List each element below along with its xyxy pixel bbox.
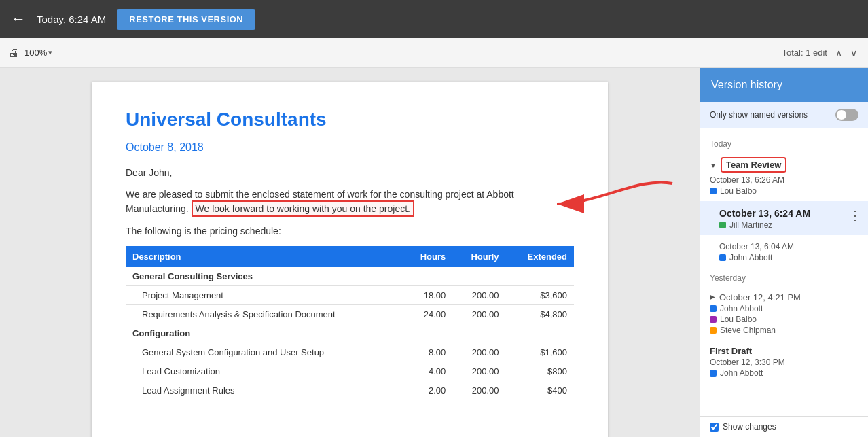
row-hours: 2.00 xyxy=(403,381,453,400)
table-row: Requirements Analysis & Specification Do… xyxy=(126,305,574,324)
row-hours: 24.00 xyxy=(403,305,453,324)
user-color-dot-2 xyxy=(710,316,717,323)
version-item-oct13-604[interactable]: October 13, 6:04 AM John Abbott xyxy=(700,235,868,268)
version-user-3: Steve Chipman xyxy=(710,326,858,335)
col-hourly: Hourly xyxy=(452,246,505,267)
version-item-header: ▼ Team Review xyxy=(710,157,858,174)
main-area: Universal Consultants October 8, 2018 De… xyxy=(0,68,868,437)
row-desc: Project Management xyxy=(126,286,403,305)
navigation-arrows: ∧ ∨ xyxy=(833,46,860,60)
version-name: First Draft xyxy=(710,346,858,356)
toggle-label: Only show named versions xyxy=(710,110,808,120)
more-options-icon[interactable]: ⋮ xyxy=(849,208,861,223)
table-row: Lead Assignment Rules 2.00 200.00 $400 xyxy=(126,381,574,400)
user-name-3: Steve Chipman xyxy=(720,326,776,335)
user-color-dot xyxy=(710,370,717,377)
top-toolbar: ← Today, 6:24 AM RESTORE THIS VERSION xyxy=(0,0,868,38)
version-list: Today ▼ Team Review October 13, 6:26 AM … xyxy=(700,128,868,416)
version-time: October 12, 3:30 PM xyxy=(710,357,858,367)
total-edits: Total: 1 edit xyxy=(782,48,828,58)
version-item-oct12-421[interactable]: ▶ October 12, 4:21 PM John Abbott Lou Ba… xyxy=(700,285,868,340)
col-description: Description xyxy=(126,246,403,267)
version-user: John Abbott xyxy=(719,253,858,262)
col-hours: Hours xyxy=(403,246,453,267)
user-name: John Abbott xyxy=(729,253,772,262)
version-footer: Show changes xyxy=(700,416,868,437)
expand-icon: ▶ xyxy=(710,293,715,300)
version-item-header: ▶ October 12, 4:21 PM xyxy=(710,291,858,302)
restore-version-button[interactable]: RESTORE THIS VERSION xyxy=(117,9,255,30)
row-extended: $800 xyxy=(506,362,574,381)
user-name: John Abbott xyxy=(720,304,763,313)
nav-up-button[interactable]: ∧ xyxy=(833,46,845,60)
named-versions-toggle[interactable] xyxy=(835,109,858,121)
back-button[interactable]: ← xyxy=(11,12,26,27)
version-user-2: Lou Balbo xyxy=(710,315,858,324)
row-extended: $1,600 xyxy=(506,343,574,362)
section-general: General Consulting Services xyxy=(126,267,574,286)
version-user: John Abbott xyxy=(710,368,858,378)
row-extended: $3,600 xyxy=(506,286,574,305)
version-time: October 13, 6:04 AM xyxy=(719,242,858,251)
user-name: Jill Martinez xyxy=(729,220,772,230)
document-greeting: Dear John, xyxy=(126,167,574,178)
zoom-dropdown-icon[interactable]: ▾ xyxy=(48,48,52,57)
user-color-dot xyxy=(710,188,717,194)
show-changes-checkbox[interactable] xyxy=(710,423,719,432)
document-area: Universal Consultants October 8, 2018 De… xyxy=(0,68,700,437)
pricing-table: Description Hours Hourly Extended Genera… xyxy=(126,246,574,400)
row-hourly: 200.00 xyxy=(452,305,505,324)
version-history-title: Version history xyxy=(711,79,782,90)
row-extended: $4,800 xyxy=(506,305,574,324)
version-name: Team Review xyxy=(726,160,781,170)
version-history-panel: Version history Only show named versions… xyxy=(700,68,868,437)
second-toolbar: 🖨 100% ▾ Total: 1 edit ∧ ∨ xyxy=(0,38,868,68)
row-hours: 18.00 xyxy=(403,286,453,305)
row-hourly: 200.00 xyxy=(452,381,505,400)
show-changes-label: Show changes xyxy=(723,422,776,432)
toolbar-date: Today, 6:24 AM xyxy=(37,14,106,25)
yesterday-section-label: Yesterday xyxy=(700,268,868,285)
zoom-control[interactable]: 100% ▾ xyxy=(24,48,52,58)
named-version-box: Team Review xyxy=(721,157,786,173)
nav-down-button[interactable]: ∨ xyxy=(848,46,860,60)
row-extended: $400 xyxy=(506,381,574,400)
version-toggle-bar: Only show named versions xyxy=(700,102,868,128)
print-icon[interactable]: 🖨 xyxy=(8,47,19,59)
row-hourly: 200.00 xyxy=(452,286,505,305)
version-history-header: Version history xyxy=(700,68,868,102)
document-paragraph1: We are pleased to submit the enclosed st… xyxy=(126,188,574,216)
document-paper: Universal Consultants October 8, 2018 De… xyxy=(92,82,608,437)
table-row: Project Management 18.00 200.00 $3,600 xyxy=(126,286,574,305)
row-desc: Lead Customization xyxy=(126,362,403,381)
version-time: October 12, 4:21 PM xyxy=(719,292,801,302)
zoom-level: 100% xyxy=(24,48,47,58)
user-color-dot-1 xyxy=(710,305,717,312)
today-section-label: Today xyxy=(700,134,868,152)
section-config: Configuration xyxy=(126,324,574,343)
col-extended: Extended xyxy=(506,246,574,267)
table-row: Lead Customization 4.00 200.00 $800 xyxy=(126,362,574,381)
user-color-dot-3 xyxy=(710,327,717,334)
document-date: October 8, 2018 xyxy=(126,141,574,154)
user-name: John Abbott xyxy=(720,368,763,378)
row-desc: General System Configuration and User Se… xyxy=(126,343,403,362)
version-item-first-draft[interactable]: First Draft October 12, 3:30 PM John Abb… xyxy=(700,340,868,383)
row-hourly: 200.00 xyxy=(452,343,505,362)
row-hours: 4.00 xyxy=(403,362,453,381)
section-general-label: General Consulting Services xyxy=(126,267,574,286)
user-color-dot xyxy=(719,254,726,261)
pricing-intro: The following is the pricing schedule: xyxy=(126,226,574,237)
row-hours: 8.00 xyxy=(403,343,453,362)
version-item-oct13-624[interactable]: October 13, 6:24 AM Jill Martinez ⋮ xyxy=(700,201,868,235)
version-user: Jill Martinez xyxy=(719,220,858,230)
user-name: Lou Balbo xyxy=(720,186,757,196)
version-time: October 13, 6:24 AM xyxy=(719,208,858,219)
table-row: General System Configuration and User Se… xyxy=(126,343,574,362)
row-desc: Lead Assignment Rules xyxy=(126,381,403,400)
version-item-team-review[interactable]: ▼ Team Review October 13, 6:26 AM Lou Ba… xyxy=(700,152,868,201)
expand-icon: ▼ xyxy=(710,162,717,169)
user-color-dot xyxy=(719,222,726,228)
row-hourly: 200.00 xyxy=(452,362,505,381)
user-name-2: Lou Balbo xyxy=(720,315,757,324)
